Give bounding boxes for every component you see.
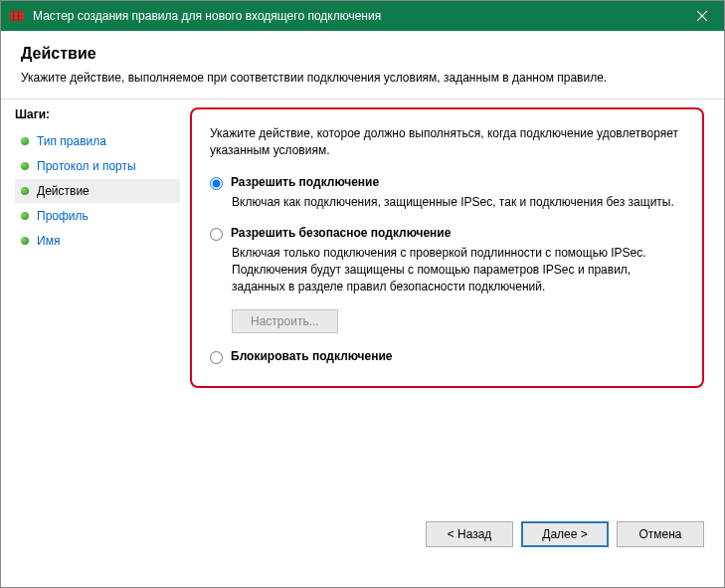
firewall-icon xyxy=(9,8,25,24)
radio-allow-label[interactable]: Разрешить подключение xyxy=(231,175,379,189)
svg-rect-5 xyxy=(18,11,19,21)
bullet-icon xyxy=(21,237,29,245)
page-subtitle: Укажите действие, выполняемое при соотве… xyxy=(21,71,704,85)
bullet-icon xyxy=(21,212,29,220)
step-label: Тип правила xyxy=(37,134,106,148)
step-label: Действие xyxy=(37,184,90,198)
configure-button: Настроить... xyxy=(232,309,338,333)
step-protocol-ports[interactable]: Протокол и порты xyxy=(15,154,180,178)
page-heading: Действие xyxy=(21,45,704,63)
radio-block-label[interactable]: Блокировать подключение xyxy=(231,349,393,363)
titlebar: Мастер создания правила для нового входя… xyxy=(1,1,724,31)
content-column: Укажите действие, которое должно выполня… xyxy=(180,99,724,559)
step-label: Имя xyxy=(37,234,60,248)
footer-buttons: < Назад Далее > Отмена xyxy=(426,521,704,547)
radio-block[interactable] xyxy=(210,351,223,364)
step-rule-type[interactable]: Тип правила xyxy=(15,129,180,153)
radio-group-allow: Разрешить подключение Включая как подклю… xyxy=(210,175,684,211)
radio-group-block: Блокировать подключение xyxy=(210,349,684,364)
step-name[interactable]: Имя xyxy=(15,229,180,253)
svg-rect-2 xyxy=(10,15,24,17)
svg-rect-3 xyxy=(10,19,24,21)
bullet-icon xyxy=(21,187,29,195)
bullet-icon xyxy=(21,137,29,145)
radio-allow[interactable] xyxy=(210,177,223,190)
radio-allow-secure[interactable] xyxy=(210,228,223,241)
header-section: Действие Укажите действие, выполняемое п… xyxy=(1,31,724,99)
window-title: Мастер создания правила для нового входя… xyxy=(33,9,381,23)
back-button[interactable]: < Назад xyxy=(426,521,513,547)
svg-rect-1 xyxy=(10,11,24,13)
steps-heading: Шаги: xyxy=(15,107,180,121)
radio-allow-secure-label[interactable]: Разрешить безопасное подключение xyxy=(231,226,451,240)
cancel-button[interactable]: Отмена xyxy=(617,521,704,547)
step-action[interactable]: Действие xyxy=(15,179,180,203)
svg-rect-4 xyxy=(13,11,14,21)
highlight-box: Укажите действие, которое должно выполня… xyxy=(190,107,704,388)
step-label: Протокол и порты xyxy=(37,159,136,173)
close-button[interactable] xyxy=(679,1,724,31)
radio-allow-secure-desc: Включая только подключения с проверкой п… xyxy=(232,245,684,294)
bullet-icon xyxy=(21,162,29,170)
radio-group-allow-secure: Разрешить безопасное подключение Включая… xyxy=(210,226,684,332)
radio-allow-desc: Включая как подключения, защищенные IPSe… xyxy=(232,194,684,211)
step-profile[interactable]: Профиль xyxy=(15,204,180,228)
body-area: Шаги: Тип правила Протокол и порты Дейст… xyxy=(1,99,724,559)
close-icon xyxy=(697,11,707,21)
step-label: Профиль xyxy=(37,209,89,223)
next-button[interactable]: Далее > xyxy=(521,521,609,547)
steps-sidebar: Шаги: Тип правила Протокол и порты Дейст… xyxy=(1,99,180,559)
instruction-text: Укажите действие, которое должно выполня… xyxy=(210,125,684,159)
